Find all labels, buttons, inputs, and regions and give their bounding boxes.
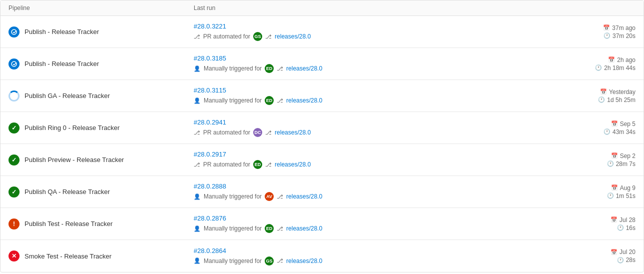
calendar-icon: 📅: [610, 249, 617, 256]
duration-row: 🕐 28s: [617, 256, 635, 264]
pipeline-cell: Publish Ring 0 - Release Tracker: [9, 122, 194, 134]
branch-link[interactable]: releases/28.0: [286, 258, 322, 264]
date-row: 📅 Sep 5: [611, 120, 635, 128]
avatar: GS: [265, 256, 274, 266]
run-id-link[interactable]: #28.0.2941: [194, 118, 555, 126]
branch-icon: ⎇: [277, 66, 283, 72]
pipeline-name: Publish Test - Release Tracker: [25, 220, 113, 228]
avatar: DC: [253, 128, 262, 137]
run-meta: 👤 Manually triggered for AV ⎇ releases/2…: [194, 192, 555, 201]
clock-icon: 🕐: [607, 192, 614, 199]
user-icon: 👤: [194, 226, 201, 232]
table-row[interactable]: Publish - Release Tracker #28.0.3221 ⎇ P…: [1, 16, 643, 48]
duration-row: 🕐 28m 7s: [607, 160, 635, 168]
duration-row: 🕐 1m 51s: [607, 192, 635, 200]
status-success-icon: [9, 186, 20, 198]
pipeline-cell: Smoke Test - Release Tracker: [9, 250, 194, 262]
lastrun-cell: #28.0.2941 ⎇ PR automated for DC ⎇ relea…: [194, 118, 555, 137]
date-row: 📅 Jul 28: [610, 216, 635, 224]
table-row[interactable]: Publish GA - Release Tracker #28.0.3115 …: [1, 80, 643, 112]
trigger-text: Manually triggered for: [204, 258, 262, 264]
pr-icon: ⎇: [194, 34, 200, 40]
lastrun-column-header: Last run: [194, 4, 635, 12]
branch-link[interactable]: releases/28.0: [286, 225, 322, 232]
run-id-link[interactable]: #28.0.2917: [194, 150, 555, 158]
run-id-link[interactable]: #28.0.3221: [194, 22, 555, 30]
pipeline-column-header: Pipeline: [9, 4, 194, 12]
branch-icon: ⎇: [265, 162, 272, 168]
date-label: 37m ago: [612, 24, 635, 32]
pipeline-name: Publish Preview - Release Tracker: [25, 156, 124, 164]
run-meta: 👤 Manually triggered for ED ⎇ releases/2…: [194, 224, 555, 233]
clock-icon: 🕐: [617, 224, 624, 231]
branch-icon: ⎇: [265, 34, 272, 40]
calendar-icon: 📅: [611, 152, 618, 159]
status-success-icon: [9, 122, 20, 134]
lastrun-cell: #28.0.3115 👤 Manually triggered for ED ⎇…: [194, 86, 555, 105]
branch-link[interactable]: releases/28.0: [286, 65, 322, 72]
calendar-icon: 📅: [610, 216, 617, 223]
calendar-icon: 📅: [611, 120, 618, 127]
run-id-link[interactable]: #28.0.3115: [194, 86, 555, 94]
pipeline-table: Pipeline Last run Publish - Release Trac…: [0, 0, 644, 272]
calendar-icon: 📅: [611, 184, 618, 191]
run-id-link[interactable]: #28.0.3185: [194, 54, 555, 62]
pr-icon: ⎇: [194, 162, 200, 168]
table-row[interactable]: Publish Preview - Release Tracker #28.0.…: [1, 144, 643, 176]
run-id-link[interactable]: #28.0.2864: [194, 247, 555, 254]
branch-link[interactable]: releases/28.0: [286, 193, 322, 200]
date-label: Aug 9: [620, 184, 635, 192]
trigger-text: Manually triggered for: [204, 97, 262, 104]
branch-icon: ⎇: [265, 130, 272, 136]
date-row: 📅 Yesterday: [600, 88, 635, 96]
branch-link[interactable]: releases/28.0: [275, 161, 311, 168]
table-row[interactable]: Smoke Test - Release Tracker #28.0.2864 …: [1, 240, 643, 272]
time-cell: 📅 Yesterday 🕐 1d 5h 25m: [555, 88, 635, 104]
run-id-link[interactable]: #28.0.2876: [194, 214, 555, 222]
date-row: 📅 Sep 2: [611, 152, 635, 160]
table-row[interactable]: Publish Test - Release Tracker #28.0.287…: [1, 208, 643, 240]
trigger-text: Manually triggered for: [204, 225, 262, 232]
table-header: Pipeline Last run: [1, 0, 643, 16]
table-row[interactable]: Publish QA - Release Tracker #28.0.2888 …: [1, 176, 643, 208]
lastrun-cell: #28.0.2864 👤 Manually triggered for GS ⎇…: [194, 247, 555, 266]
branch-icon: ⎇: [277, 226, 283, 232]
duration-label: 16s: [626, 224, 635, 232]
time-cell: 📅 Jul 20 🕐 28s: [555, 248, 635, 264]
branch-link[interactable]: releases/28.0: [286, 97, 322, 104]
duration-row: 🕐 2h 18m 44s: [595, 64, 635, 72]
date-label: Jul 28: [619, 216, 635, 224]
branch-link[interactable]: releases/28.0: [275, 33, 311, 40]
trigger-text: PR automated for: [203, 161, 250, 168]
calendar-icon: 📅: [603, 24, 610, 31]
clock-icon: 🕐: [595, 64, 602, 71]
status-error-icon: [9, 250, 20, 262]
user-icon: 👤: [194, 194, 201, 200]
date-label: Sep 2: [620, 152, 635, 160]
user-icon: 👤: [194, 98, 201, 104]
avatar: GS: [253, 32, 262, 41]
date-row: 📅 Aug 9: [611, 184, 635, 192]
date-row: 📅 Jul 20: [610, 248, 635, 256]
table-row[interactable]: Publish Ring 0 - Release Tracker #28.0.2…: [1, 112, 643, 144]
pipeline-name: Publish QA - Release Tracker: [25, 188, 110, 196]
pipeline-name: Publish - Release Tracker: [25, 60, 99, 68]
pr-icon: ⎇: [194, 130, 200, 136]
status-spinning-icon: [9, 90, 20, 102]
run-meta: 👤 Manually triggered for ED ⎇ releases/2…: [194, 96, 555, 105]
duration-label: 1d 5h 25m: [607, 96, 635, 104]
run-meta: ⎇ PR automated for DC ⎇ releases/28.0: [194, 128, 555, 137]
duration-label: 28s: [626, 256, 635, 264]
time-cell: 📅 Sep 2 🕐 28m 7s: [555, 152, 635, 168]
lastrun-cell: #28.0.2876 👤 Manually triggered for ED ⎇…: [194, 214, 555, 233]
run-id-link[interactable]: #28.0.2888: [194, 182, 555, 190]
branch-icon: ⎇: [277, 258, 283, 264]
clock-icon: 🕐: [603, 32, 610, 39]
date-label: Yesterday: [609, 88, 635, 96]
pipeline-cell: Publish - Release Tracker: [9, 26, 194, 38]
avatar: ED: [253, 160, 262, 169]
branch-link[interactable]: releases/28.0: [275, 129, 311, 136]
trigger-text: PR automated for: [203, 33, 250, 40]
table-row[interactable]: Publish - Release Tracker #28.0.3185 👤 M…: [1, 48, 643, 80]
run-meta: ⎇ PR automated for GS ⎇ releases/28.0: [194, 32, 555, 41]
